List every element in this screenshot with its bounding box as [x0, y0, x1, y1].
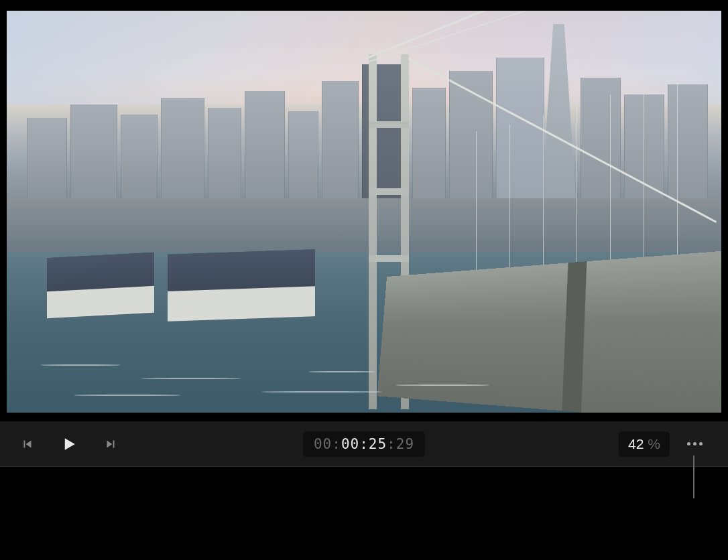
- callout-indicator-line: [693, 456, 694, 498]
- zoom-display[interactable]: 42 %: [619, 431, 670, 457]
- video-frame[interactable]: [7, 11, 721, 413]
- playback-controls-bar: 00:00:25:29 42 %: [0, 421, 728, 467]
- play-icon: [59, 434, 79, 454]
- timecode-hours: 00:: [314, 436, 341, 452]
- ellipsis-icon: [693, 442, 696, 445]
- zoom-value: 42: [628, 436, 644, 452]
- skip-forward-icon: [103, 437, 118, 451]
- zoom-unit: %: [648, 436, 660, 452]
- more-options-button[interactable]: [682, 437, 708, 451]
- skip-back-icon: [20, 437, 35, 451]
- previous-button[interactable]: [20, 437, 35, 451]
- ellipsis-icon: [699, 442, 703, 445]
- video-content-bridge-deck: [377, 238, 721, 413]
- right-control-group: 42 %: [619, 431, 708, 457]
- video-viewport: [0, 0, 728, 421]
- timecode-frames: :29: [387, 436, 414, 452]
- video-content-pier: [168, 249, 315, 322]
- playback-button-group: [20, 434, 118, 454]
- play-button[interactable]: [59, 434, 79, 454]
- timecode-main: 00:25: [341, 436, 387, 452]
- next-button[interactable]: [103, 437, 118, 451]
- video-content-pier: [47, 253, 154, 318]
- timecode-display[interactable]: 00:00:25:29: [303, 431, 425, 457]
- ellipsis-icon: [687, 442, 690, 445]
